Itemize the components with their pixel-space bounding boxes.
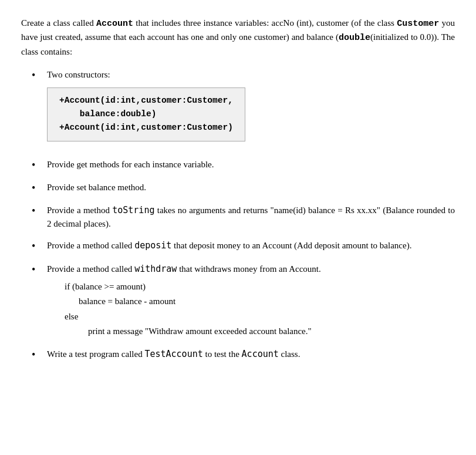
withdraw-method-name: withdraw <box>134 264 177 274</box>
constructors-label: Two constructors: <box>47 70 110 79</box>
deposit-text-after: that deposit money to an Account (Add de… <box>171 241 411 250</box>
bullet-item-setbalance: • Provide set balance method. <box>32 181 455 196</box>
balance-type: double <box>339 33 370 43</box>
constructor-line-1: +Account(id:int,customer:Customer, <box>59 96 233 105</box>
bullet-dot-5: • <box>32 239 45 254</box>
bullet-dot-6: • <box>32 262 45 277</box>
getters-text: Provide get methods for each instance va… <box>47 160 214 169</box>
intro-paragraph: Create a class called Account that inclu… <box>21 16 455 59</box>
deposit-text-before: Provide a method called <box>47 241 134 250</box>
constructor-line-2: balance:double) <box>59 109 156 119</box>
account-class-ref: Account <box>242 349 279 359</box>
withdraw-else-line: else <box>65 309 455 325</box>
bullet-item-constructors: • Two constructors: +Account(id:int,cust… <box>32 68 455 150</box>
withdraw-text-before: Provide a method called <box>47 264 134 274</box>
tostring-method-name: toString <box>112 205 154 215</box>
testaccount-text-middle: to test the <box>203 349 242 359</box>
testaccount-text-before: Write a test program called <box>47 349 144 359</box>
setbalance-text: Provide set balance method. <box>47 183 146 192</box>
bullet-content-constructors: Two constructors: +Account(id:int,custom… <box>47 68 455 150</box>
testaccount-class-name: TestAccount <box>144 349 202 359</box>
bullet-dot-4: • <box>32 204 45 218</box>
bullet-item-deposit: • Provide a method called deposit that d… <box>32 239 455 254</box>
bullet-item-testaccount: • Write a test program called TestAccoun… <box>32 348 455 362</box>
withdraw-print-line: print a message "Withdraw amount exceede… <box>65 324 455 339</box>
withdraw-if-line: if (balance >= amount) <box>65 279 455 295</box>
withdraw-text-after: that withdraws money from an Account. <box>177 264 320 274</box>
withdraw-balance-line: balance = balance - amount <box>65 294 455 309</box>
bullet-item-tostring: • Provide a method toString takes no arg… <box>32 204 455 231</box>
bullet-content-tostring: Provide a method toString takes no argum… <box>47 204 455 231</box>
constructor-line-3: +Account(id:int,customer:Customer) <box>59 123 233 132</box>
bullet-content-withdraw: Provide a method called withdraw that wi… <box>47 262 455 339</box>
bullet-dot-1: • <box>32 68 45 83</box>
bullet-content-getters: Provide get methods for each instance va… <box>47 158 455 171</box>
bullet-content-testaccount: Write a test program called TestAccount … <box>47 348 455 361</box>
bullet-item-getters: • Provide get methods for each instance … <box>32 158 455 173</box>
tostring-text-before: Provide a method <box>47 205 112 215</box>
bullet-item-withdraw: • Provide a method called withdraw that … <box>32 262 455 339</box>
constructor-code-box: +Account(id:int,customer:Customer, balan… <box>47 87 245 141</box>
bullet-content-deposit: Provide a method called deposit that dep… <box>47 239 455 252</box>
bullet-content-setbalance: Provide set balance method. <box>47 181 455 194</box>
account-class-name: Account <box>96 19 133 29</box>
requirements-list: • Two constructors: +Account(id:int,cust… <box>21 68 455 362</box>
bullet-dot-2: • <box>32 158 45 173</box>
bullet-dot-7: • <box>32 348 45 362</box>
bullet-dot-3: • <box>32 181 45 196</box>
deposit-method-name: deposit <box>134 240 171 251</box>
customer-class-name: Customer <box>397 19 439 29</box>
withdraw-pseudocode: if (balance >= amount) balance = balance… <box>47 279 455 339</box>
testaccount-text-after: class. <box>279 349 301 359</box>
